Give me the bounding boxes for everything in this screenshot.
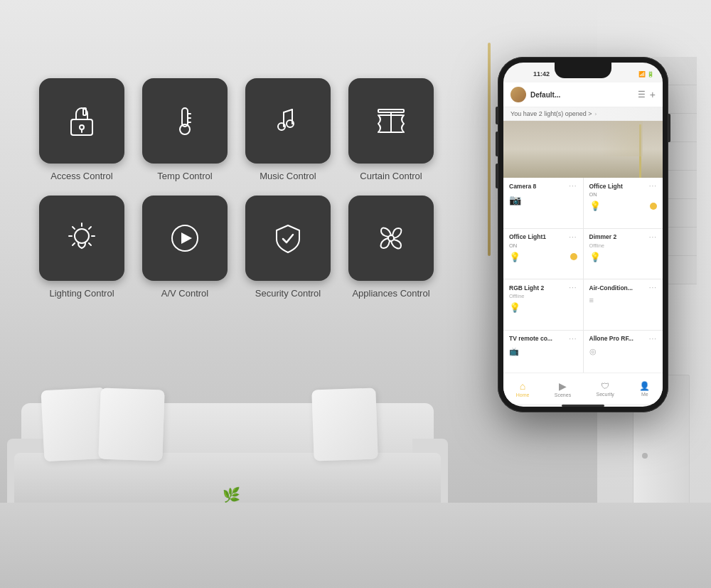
- shield-check-icon: [267, 217, 309, 260]
- light-on-indicator: [650, 203, 657, 210]
- menu-icon[interactable]: ☰: [638, 90, 646, 100]
- device-card-office-light[interactable]: Office Light ··· ON 💡: [584, 178, 663, 228]
- room-photo: [503, 121, 663, 178]
- status-icons: 📶 11:42🔋: [638, 71, 654, 77]
- phone-mockup: 11:42 📶 11:42🔋 Default... ☰ + You have 2…: [498, 57, 668, 412]
- music-control-label: Music Control: [260, 171, 316, 181]
- bulb-icon: [60, 217, 103, 260]
- device-grid: Camera 8 ··· 📷 Office Light ··· ON: [503, 178, 663, 373]
- add-icon[interactable]: +: [650, 89, 656, 100]
- status-time: 11:42: [533, 70, 550, 77]
- svg-line-22: [73, 243, 75, 245]
- nav-me[interactable]: 👤 Me: [639, 381, 650, 397]
- bottom-nav: ⌂ Home ▶ Scenes 🛡 Security 👤 Me: [503, 373, 663, 404]
- device-card-camera8[interactable]: Camera 8 ··· 📷: [503, 178, 583, 228]
- device-status-dimmer2: Offline: [589, 242, 658, 249]
- phone-screen: 11:42 📶 11:42🔋 Default... ☰ + You have 2…: [503, 63, 663, 407]
- header-icons: ☰ +: [638, 89, 656, 100]
- phone-notch: [555, 63, 611, 78]
- appliances-control-label: Appliances Control: [352, 288, 429, 299]
- av-control-icon-box: [142, 196, 228, 281]
- play-circle-icon: [164, 217, 206, 260]
- device-name-tv: TV remote co...: [509, 335, 552, 342]
- lighting-control-icon-box: [39, 196, 124, 281]
- floor-lamp: [488, 43, 491, 256]
- me-icon: 👤: [639, 381, 650, 391]
- svg-line-21: [89, 243, 91, 245]
- device-card-allone[interactable]: Allone Pro RF... ··· ◎: [584, 331, 663, 373]
- svg-line-20: [73, 227, 75, 229]
- lighting-control-label: Lighting Control: [49, 288, 114, 299]
- avatar: [510, 87, 526, 102]
- curtain-control-icon-box: [348, 78, 434, 164]
- bulb-icon-rgb: 💡: [509, 302, 520, 313]
- svg-line-19: [89, 227, 91, 229]
- device-card-tv[interactable]: TV remote co... ··· 📺: [503, 331, 583, 373]
- music-note-icon: [267, 100, 309, 142]
- device-card-rgb2[interactable]: RGB Light 2 ··· Offline 💡: [503, 279, 583, 330]
- device-menu-office-light[interactable]: ···: [649, 182, 657, 190]
- banner-chevron: ›: [595, 111, 597, 117]
- nav-scenes-label: Scenes: [555, 392, 571, 397]
- home-indicator: [503, 404, 663, 407]
- device-name-office-light1: Office Light1: [509, 233, 546, 240]
- lighting-control-item[interactable]: Lighting Control: [36, 196, 128, 299]
- temp-control-icon-box: [142, 78, 228, 164]
- music-control-item[interactable]: Music Control: [242, 78, 334, 181]
- notification-banner[interactable]: You have 2 light(s) opened > ›: [503, 107, 663, 121]
- phone-outer: 11:42 📶 11:42🔋 Default... ☰ + You have 2…: [498, 57, 668, 412]
- tv-remote-icon: 📺: [509, 347, 519, 356]
- thermometer-icon: [164, 100, 206, 142]
- camera-icon: 📷: [509, 194, 521, 205]
- fan-icon: [370, 217, 412, 260]
- nav-me-label: Me: [641, 392, 648, 397]
- access-control-item[interactable]: Access Control: [36, 78, 128, 181]
- device-menu-rgb2[interactable]: ···: [569, 284, 577, 292]
- device-menu-dimmer2[interactable]: ···: [649, 233, 657, 241]
- av-control-item[interactable]: A/V Control: [139, 196, 231, 299]
- nav-security[interactable]: 🛡 Security: [597, 381, 614, 397]
- svg-point-25: [388, 235, 394, 241]
- temp-control-item[interactable]: Temp Control: [139, 78, 231, 181]
- device-card-dimmer2[interactable]: Dimmer 2 ··· Offline 💡: [584, 229, 663, 279]
- device-card-aircon[interactable]: Air-Condition... ··· ≡: [584, 279, 663, 330]
- device-name-aircon: Air-Condition...: [589, 284, 633, 292]
- control-icons-grid: Access Control Temp Control Music: [36, 78, 437, 299]
- nav-home[interactable]: ⌂ Home: [516, 380, 530, 397]
- security-nav-icon: 🛡: [601, 381, 609, 391]
- device-menu-office-light1[interactable]: ···: [569, 233, 577, 241]
- bulb-icon-dimmer: 💡: [589, 252, 601, 262]
- temp-control-label: Temp Control: [157, 171, 212, 181]
- access-control-icon-box: [39, 78, 124, 164]
- security-control-item[interactable]: Security Control: [242, 196, 334, 299]
- appliances-control-item[interactable]: Appliances Control: [345, 196, 437, 299]
- device-menu-aircon[interactable]: ···: [649, 284, 657, 292]
- app-header: Default... ☰ +: [503, 82, 663, 107]
- security-control-icon-box: [245, 196, 331, 281]
- svg-marker-24: [181, 232, 192, 244]
- device-menu-tv[interactable]: ···: [569, 335, 577, 343]
- device-name-dimmer2: Dimmer 2: [589, 233, 617, 240]
- appliances-control-icon-box: [348, 196, 434, 281]
- aircon-icon: ≡: [589, 296, 594, 304]
- svg-point-15: [75, 229, 89, 243]
- nav-scenes[interactable]: ▶ Scenes: [555, 380, 571, 397]
- device-status-office-light1: ON: [509, 242, 577, 249]
- rf-icon: ◎: [589, 347, 597, 356]
- device-name-office-light: Office Light: [589, 183, 623, 190]
- device-name-allone: Allone Pro RF...: [589, 335, 634, 342]
- music-control-icon-box: [245, 78, 331, 164]
- scenes-icon: ▶: [559, 380, 567, 392]
- device-card-office-light1[interactable]: Office Light1 ··· ON 💡: [503, 229, 583, 279]
- nav-home-label: Home: [516, 392, 530, 397]
- light-on-indicator-1: [570, 253, 577, 260]
- device-status-rgb2: Offline: [509, 293, 577, 299]
- device-name-rgb2: RGB Light 2: [509, 284, 544, 292]
- banner-text: You have 2 light(s) opened >: [510, 110, 592, 117]
- device-menu-allone[interactable]: ···: [649, 335, 657, 343]
- curtain-control-item[interactable]: Curtain Control: [345, 78, 437, 181]
- bulb-icon-office: 💡: [589, 201, 601, 211]
- device-menu-camera8[interactable]: ···: [569, 182, 577, 190]
- floor: [0, 503, 711, 588]
- bulb-icon-office1: 💡: [509, 252, 520, 262]
